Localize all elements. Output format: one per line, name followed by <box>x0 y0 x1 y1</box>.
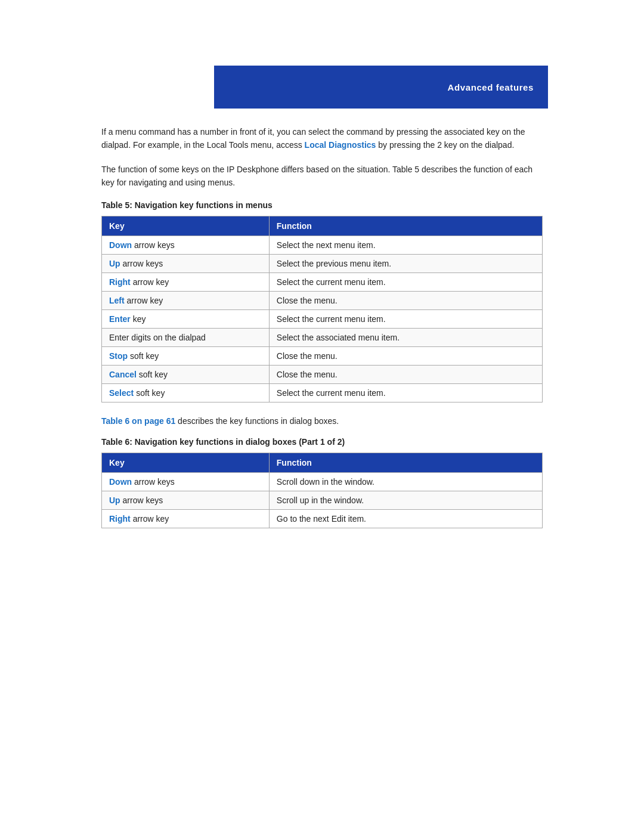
table-row: Cancel soft key Close the menu. <box>102 365 543 383</box>
page: Advanced features If a menu command has … <box>0 66 644 833</box>
table5-row3-function: Select the current menu item. <box>269 272 542 291</box>
table6-header-function: Function <box>269 453 542 472</box>
table5-row4-key: Left arrow key <box>102 291 270 309</box>
table5-row6-function: Select the associated menu item. <box>269 328 542 346</box>
local-diagnostics-link[interactable]: Local Diagnostics <box>305 140 376 150</box>
table-row: Stop soft key Close the menu. <box>102 346 543 365</box>
table5-row6-key: Enter digits on the dialpad <box>102 328 270 346</box>
table6-link[interactable]: Table 6 on page 61 <box>101 416 175 426</box>
intro-text-after-link: by pressing the 2 key on the dialpad. <box>376 140 514 150</box>
table-row: Up arrow keys Scroll up in the window. <box>102 491 543 509</box>
table-row: Right arrow key Select the current menu … <box>102 272 543 291</box>
table6-header-key: Key <box>102 453 270 472</box>
table-row: Enter key Select the current menu item. <box>102 309 543 328</box>
intro-paragraph: If a menu command has a number in front … <box>101 125 543 152</box>
table6-row1-key: Down arrow keys <box>102 472 270 491</box>
table5-header-key: Key <box>102 216 270 236</box>
table6-row2-key: Up arrow keys <box>102 491 270 509</box>
table6-row3-key: Right arrow key <box>102 509 270 528</box>
table-row: Down arrow keys Select the next menu ite… <box>102 236 543 254</box>
section-paragraph: The function of some keys on the IP Desk… <box>101 163 543 190</box>
table6: Key Function Down arrow keys Scroll down… <box>101 453 543 528</box>
table5-row8-key: Cancel soft key <box>102 365 270 383</box>
between-tables-text: Table 6 on page 61 describes the key fun… <box>101 414 543 428</box>
table6-row3-function: Go to the next Edit item. <box>269 509 542 528</box>
table6-row1-function: Scroll down in the window. <box>269 472 542 491</box>
table5-row2-function: Select the previous menu item. <box>269 254 542 272</box>
table-row: Enter digits on the dialpad Select the a… <box>102 328 543 346</box>
header-title: Advanced features <box>448 82 534 92</box>
table-row: Down arrow keys Scroll down in the windo… <box>102 472 543 491</box>
table5: Key Function Down arrow keys Select the … <box>101 216 543 402</box>
table5-row1-function: Select the next menu item. <box>269 236 542 254</box>
content-area: If a menu command has a number in front … <box>0 125 644 528</box>
table6-title: Table 6: Navigation key functions in dia… <box>101 437 543 447</box>
table5-header-function: Function <box>269 216 542 236</box>
table5-row2-key: Up arrow keys <box>102 254 270 272</box>
table5-row7-key: Stop soft key <box>102 346 270 365</box>
table-row: Right arrow key Go to the next Edit item… <box>102 509 543 528</box>
table5-row9-key: Select soft key <box>102 383 270 402</box>
table5-row5-function: Select the current menu item. <box>269 309 542 328</box>
table-row: Up arrow keys Select the previous menu i… <box>102 254 543 272</box>
table5-row5-key: Enter key <box>102 309 270 328</box>
table5-title: Table 5: Navigation key functions in men… <box>101 200 543 210</box>
table5-row7-function: Close the menu. <box>269 346 542 365</box>
table5-row3-key: Right arrow key <box>102 272 270 291</box>
table5-row9-function: Select the current menu item. <box>269 383 542 402</box>
table-row: Left arrow key Close the menu. <box>102 291 543 309</box>
table5-row8-function: Close the menu. <box>269 365 542 383</box>
table5-row1-key: Down arrow keys <box>102 236 270 254</box>
table-row: Select soft key Select the current menu … <box>102 383 543 402</box>
table5-row4-function: Close the menu. <box>269 291 542 309</box>
table6-row2-function: Scroll up in the window. <box>269 491 542 509</box>
header-banner: Advanced features <box>214 66 548 109</box>
between-tables-rest: describes the key functions in dialog bo… <box>175 416 339 426</box>
